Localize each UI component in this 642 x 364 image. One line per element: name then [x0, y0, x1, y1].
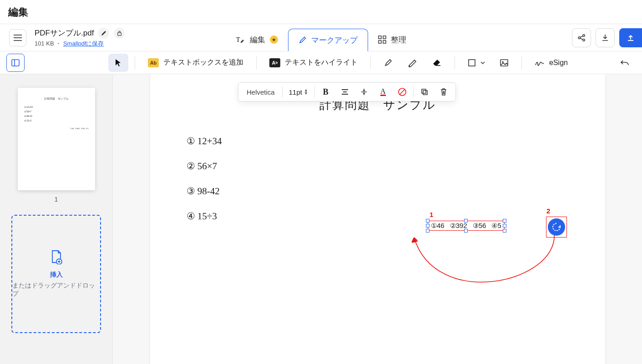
stepper-icon[interactable]: ▲▼	[304, 89, 308, 95]
esign-tool[interactable]: eSign	[528, 54, 574, 72]
grid-icon	[378, 35, 386, 44]
download-icon	[601, 34, 609, 42]
rotate-button[interactable]	[548, 218, 565, 236]
ans-3: ③56	[473, 222, 486, 230]
font-family-select[interactable]: Helvetica	[242, 88, 279, 96]
file-meta: 101 KB ・ Smallpdfに保存	[35, 40, 125, 48]
tab-markup[interactable]: マークアップ	[288, 29, 368, 51]
copy-icon	[420, 88, 429, 96]
mode-tabs: T 編集 ★ マークアップ 整理	[226, 24, 416, 51]
image-tool[interactable]	[493, 54, 515, 72]
ans-4: ④5	[491, 222, 501, 230]
rotate-icon	[551, 222, 561, 232]
resize-handle[interactable]	[503, 229, 506, 233]
svg-rect-11	[469, 60, 475, 66]
nofill-icon	[398, 87, 407, 96]
bold-button[interactable]: B	[318, 84, 334, 100]
resize-handle[interactable]	[426, 219, 430, 222]
highlight-tool[interactable]: Ab テキストをハイライト	[263, 54, 364, 72]
question-2: ② 56×7	[187, 161, 569, 172]
sidebar-toggle[interactable]	[6, 54, 25, 72]
rename-button[interactable]	[98, 28, 109, 39]
delete-button[interactable]	[435, 84, 452, 100]
text-format-toolbar[interactable]: Helvetica 11pt ▲▼ B A	[238, 82, 456, 101]
svg-point-7	[583, 34, 585, 36]
marker-tool[interactable]	[401, 54, 424, 72]
duplicate-button[interactable]	[416, 84, 433, 100]
add-page-icon	[50, 250, 63, 264]
tab-markup-label: マークアップ	[311, 35, 358, 46]
resize-handle[interactable]	[503, 224, 506, 228]
add-textbox-tool[interactable]: Ab テキストボックスを追加	[142, 54, 250, 72]
svg-rect-3	[383, 36, 386, 39]
trash-icon	[440, 88, 447, 96]
save-to-smallpdf-link[interactable]: Smallpdfに保存	[63, 40, 104, 47]
image-icon	[500, 59, 509, 67]
resize-handle[interactable]	[426, 229, 430, 233]
tab-organize[interactable]: 整理	[368, 28, 416, 51]
question-3: ③ 98-42	[187, 186, 569, 197]
svg-rect-4	[379, 40, 381, 43]
export-button[interactable]	[619, 28, 642, 47]
svg-line-15	[399, 89, 405, 95]
svg-rect-0	[117, 33, 121, 35]
fill-color-button[interactable]	[394, 84, 410, 100]
svg-point-6	[578, 36, 580, 38]
insert-sublabel: またはドラッグアンドドロップ	[12, 282, 100, 298]
file-info: PDFサンプル.pdf 101 KB ・ Smallpdfに保存	[35, 28, 125, 48]
upload-icon	[627, 34, 635, 42]
pencil-icon	[101, 30, 106, 36]
lock-icon	[117, 30, 122, 36]
svg-rect-5	[383, 40, 386, 43]
page-thumbnail-1[interactable]: 計算問題 サンプル ① 12+34 ② 56×7 ③ 98-42 ④ 15÷3 …	[18, 88, 95, 190]
undo-icon	[620, 59, 629, 67]
eraser-icon	[432, 59, 442, 67]
valign-button[interactable]	[356, 84, 372, 100]
add-textbox-label: テキストボックスを追加	[163, 58, 243, 67]
tab-organize-label: 整理	[391, 35, 406, 45]
square-icon	[468, 59, 476, 67]
file-size: 101 KB	[35, 40, 54, 47]
selected-textbox[interactable]: 1 ①46 ②392 ③56 ④5	[428, 221, 505, 231]
align-button[interactable]	[337, 84, 353, 100]
svg-text:T: T	[236, 36, 240, 43]
resize-handle[interactable]	[426, 224, 430, 228]
insert-page-dropzone[interactable]: 挿入 またはドラッグアンドドロップ	[11, 215, 101, 333]
eraser-tool[interactable]	[425, 54, 448, 72]
share-button[interactable]	[572, 28, 591, 47]
shape-tool[interactable]	[461, 54, 491, 72]
lock-button[interactable]	[114, 28, 125, 39]
markup-toolbar: Ab テキストボックスを追加 Ab テキストをハイライト eSign	[0, 51, 642, 74]
menu-button[interactable]	[9, 29, 26, 46]
ab-dark-icon: Ab	[269, 58, 280, 67]
download-button[interactable]	[596, 28, 615, 47]
question-1: ① 12+34	[187, 136, 569, 147]
page-title: 編集	[0, 0, 642, 24]
resize-handle[interactable]	[503, 219, 506, 222]
cursor-icon	[115, 59, 122, 67]
align-icon	[341, 89, 349, 95]
svg-point-8	[583, 39, 585, 40]
callout-1: 1	[430, 211, 433, 218]
font-size-select[interactable]: 11pt ▲▼	[285, 88, 312, 96]
resize-handle[interactable]	[464, 219, 468, 222]
share-icon	[577, 34, 586, 42]
insert-label: 挿入	[50, 271, 63, 279]
text-color-button[interactable]: A	[375, 84, 391, 100]
panel-icon	[11, 58, 20, 67]
svg-rect-2	[379, 36, 381, 39]
undo-button[interactable]	[614, 54, 636, 72]
ab-icon: Ab	[148, 58, 159, 67]
thumbnail-sidebar: 計算問題 サンプル ① 12+34 ② 56×7 ③ 98-42 ④ 15÷3 …	[0, 74, 113, 364]
tab-edit[interactable]: T 編集 ★	[226, 28, 288, 51]
pdf-page[interactable]: 計算問題 サンプル ① 12+34 ② 56×7 ③ 98-42 ④ 15÷3	[150, 74, 605, 364]
pen-icon	[384, 58, 393, 67]
callout-2: 2	[546, 207, 550, 215]
highlight-label: テキストをハイライト	[285, 58, 358, 67]
pencil-icon	[298, 36, 307, 44]
pen-tool[interactable]	[377, 54, 399, 72]
hamburger-icon	[14, 35, 22, 41]
resize-handle[interactable]	[464, 229, 468, 233]
select-tool[interactable]	[108, 54, 128, 72]
star-icon: ★	[270, 35, 278, 44]
